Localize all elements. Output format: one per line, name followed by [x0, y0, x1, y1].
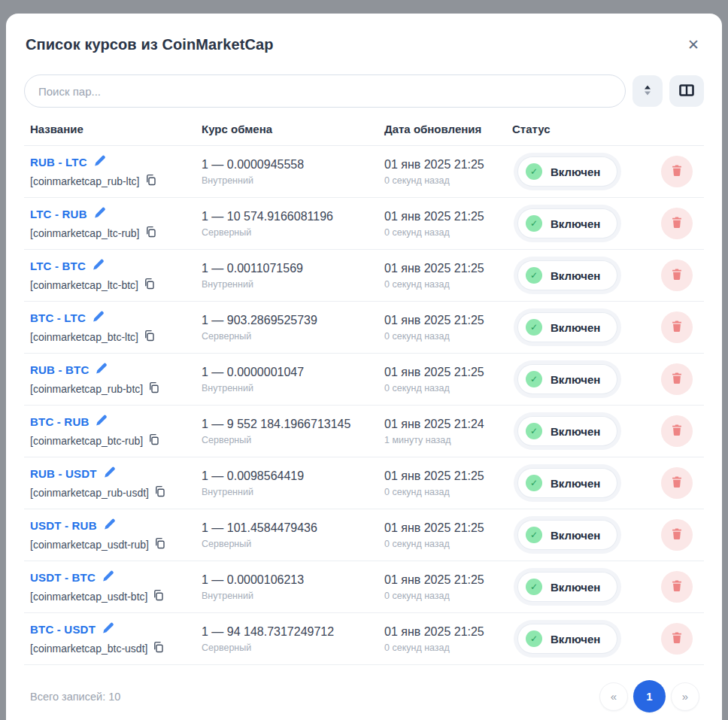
pair-link[interactable]: RUB - LTC [30, 156, 87, 169]
actions-cell [643, 156, 704, 187]
copy-icon [154, 485, 165, 500]
copy-icon [144, 330, 155, 344]
rate-cell: 1 — 94 148.7317249712 Серверный [196, 625, 378, 653]
status-toggle-button[interactable]: ✓ Включен [518, 417, 617, 445]
rate-type: Внутренний [202, 175, 378, 186]
edit-button[interactable] [102, 570, 114, 585]
status-toggle-button[interactable]: ✓ Включен [518, 209, 617, 238]
pagination-prev-button[interactable]: « [599, 682, 628, 711]
status-toggle-button[interactable]: ✓ Включен [518, 624, 617, 653]
status-toggle-button[interactable]: ✓ Включен [518, 261, 617, 290]
edit-button[interactable] [92, 259, 105, 273]
delete-button[interactable] [661, 467, 693, 499]
copy-icon [145, 226, 156, 240]
copy-button[interactable] [144, 278, 155, 292]
delete-button[interactable] [661, 208, 693, 239]
edit-button[interactable] [92, 311, 105, 325]
status-toggle-button[interactable]: ✓ Включен [518, 365, 617, 393]
pair-link[interactable]: BTC - RUB [30, 415, 89, 428]
modal-backdrop: Список курсов из CoinMarketCap ✕ [0, 0, 728, 720]
edit-button[interactable] [102, 622, 114, 636]
copy-button[interactable] [144, 330, 155, 344]
updated-cell: 01 янв 2025 21:25 0 секунд назад [378, 314, 506, 342]
copy-button[interactable] [153, 589, 164, 603]
search-input[interactable] [24, 74, 626, 108]
check-circle-icon: ✓ [526, 630, 542, 647]
pair-code: [coinmarketcap_btc-usdt] [30, 643, 147, 655]
copy-button[interactable] [148, 381, 159, 396]
column-header-status: Статус [506, 123, 643, 135]
check-circle-icon: ✓ [526, 319, 542, 336]
pair-link[interactable]: RUB - BTC [30, 363, 89, 376]
trash-icon [671, 268, 683, 283]
pencil-icon [102, 622, 114, 636]
actions-cell [643, 208, 704, 239]
pair-code: [coinmarketcap_rub-btc] [30, 383, 143, 395]
copy-button[interactable] [153, 641, 164, 655]
sort-button[interactable] [632, 75, 663, 107]
status-toggle-button[interactable]: ✓ Включен [518, 313, 617, 342]
status-toggle-button[interactable]: ✓ Включен [518, 521, 617, 549]
edit-button[interactable] [103, 518, 116, 533]
edit-button[interactable] [93, 207, 106, 221]
edit-button[interactable] [103, 466, 116, 481]
rate-cell: 1 — 101.4584479436 Серверный [196, 521, 378, 549]
rate-type: Серверный [202, 435, 378, 445]
updated-at: 01 янв 2025 21:25 [384, 158, 506, 172]
copy-button[interactable] [145, 226, 156, 240]
total-records-label: Всего записей: 10 [30, 691, 120, 703]
updated-at: 01 янв 2025 21:25 [384, 521, 506, 535]
delete-button[interactable] [661, 260, 693, 291]
pencil-icon [102, 570, 114, 585]
rate-type: Серверный [202, 643, 378, 653]
name-cell: RUB - USDT [coinmarketcap_rub-usdt] [24, 466, 196, 500]
pagination-page-button[interactable]: 1 [633, 680, 666, 712]
pagination-next-button[interactable]: » [671, 682, 699, 711]
updated-ago: 0 секунд назад [384, 643, 506, 653]
delete-button[interactable] [661, 363, 693, 395]
pencil-icon [103, 518, 116, 533]
name-cell: RUB - BTC [coinmarketcap_rub-btc] [24, 363, 196, 396]
name-cell: RUB - LTC [coinmarketcap_rub-ltc] [24, 155, 196, 188]
rate-cell: 1 — 9 552 184.1966713145 Серверный [196, 418, 378, 445]
copy-icon [154, 537, 165, 551]
edit-button[interactable] [93, 155, 106, 169]
modal-title: Список курсов из CoinMarketCap [26, 36, 273, 53]
delete-button[interactable] [661, 623, 693, 655]
table-row: LTC - BTC [coinmarketcap_ltc-btc] [24, 250, 704, 302]
delete-button[interactable] [661, 571, 693, 603]
status-label: Включен [551, 373, 600, 386]
copy-button[interactable] [154, 485, 165, 500]
status-cell: ✓ Включен [506, 573, 643, 601]
close-button[interactable]: ✕ [684, 35, 702, 55]
check-circle-icon: ✓ [526, 371, 542, 387]
delete-button[interactable] [661, 311, 693, 343]
rate-value: 1 — 903.2869525739 [202, 314, 378, 327]
status-toggle-button[interactable]: ✓ Включен [518, 157, 617, 186]
delete-button[interactable] [661, 156, 693, 187]
delete-button[interactable] [661, 415, 693, 447]
copy-button[interactable] [154, 537, 165, 551]
table-row: RUB - USDT [coinmarketcap_rub-usdt] [24, 457, 704, 509]
edit-button[interactable] [95, 363, 108, 377]
updated-cell: 01 янв 2025 21:24 1 минуту назад [378, 418, 506, 445]
pair-link[interactable]: BTC - USDT [30, 623, 96, 636]
pair-link[interactable]: LTC - RUB [30, 208, 87, 220]
copy-button[interactable] [145, 174, 156, 188]
pencil-icon [103, 466, 116, 481]
rate-type: Внутренний [202, 487, 378, 497]
pair-link[interactable]: USDT - RUB [30, 519, 97, 532]
status-toggle-button[interactable]: ✓ Включен [518, 469, 617, 497]
pair-link[interactable]: BTC - LTC [30, 311, 86, 324]
copy-button[interactable] [148, 433, 159, 448]
pair-link[interactable]: USDT - BTC [30, 571, 96, 584]
updated-ago: 0 секунд назад [384, 487, 506, 497]
delete-button[interactable] [661, 519, 693, 551]
columns-button[interactable] [669, 75, 704, 107]
pair-link[interactable]: RUB - USDT [30, 467, 97, 480]
edit-button[interactable] [95, 415, 108, 429]
check-circle-icon: ✓ [526, 527, 542, 543]
status-toggle-button[interactable]: ✓ Включен [518, 573, 617, 601]
updated-cell: 01 янв 2025 21:25 0 секунд назад [378, 158, 506, 186]
pair-link[interactable]: LTC - BTC [30, 260, 86, 272]
